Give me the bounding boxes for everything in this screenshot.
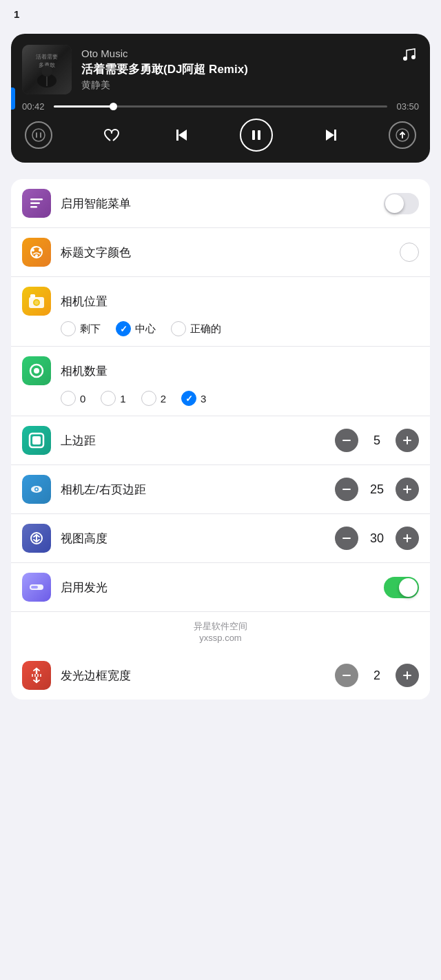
svg-rect-55 (342, 675, 351, 676)
setting-camera-count: 相机数量 0 1 2 3 (11, 347, 430, 416)
svg-rect-48 (407, 534, 408, 542)
glow-width-icon (22, 661, 51, 690)
setting-top-margin: 上边距 5 (11, 416, 430, 465)
glow-width-increase[interactable] (396, 664, 419, 687)
camera-count-label-3: 3 (201, 393, 206, 405)
camera-pos-options: 剩下 中心 正确的 (22, 316, 419, 336)
smart-menu-toggle[interactable] (384, 193, 419, 214)
upload-button[interactable] (389, 121, 416, 149)
top-margin-decrease[interactable] (335, 429, 358, 452)
lr-margin-label: 相机左/右页边距 (61, 482, 335, 498)
camera-count-option-0[interactable]: 0 (61, 391, 85, 406)
camera-pos-label-2: 正确的 (190, 323, 221, 336)
svg-point-25 (39, 249, 41, 252)
camera-pos-option-2[interactable]: 正确的 (171, 321, 221, 336)
svg-rect-13 (176, 130, 178, 141)
svg-rect-14 (252, 130, 255, 140)
camera-pos-radio-1 (116, 321, 131, 336)
camera-pos-option-1[interactable]: 中心 (116, 321, 156, 336)
watermark: 异星软件空间 yxssp.com (11, 612, 430, 651)
view-height-value: 30 (367, 531, 387, 546)
notification-pill (11, 88, 15, 110)
svg-rect-57 (407, 671, 408, 680)
view-height-icon (22, 524, 51, 553)
title-color-icon (22, 238, 51, 267)
camera-count-icon (22, 356, 51, 385)
camera-pos-icon (22, 287, 51, 316)
title-color-label: 标题文字颜色 (61, 245, 400, 261)
smart-menu-icon (22, 189, 51, 218)
svg-rect-20 (30, 198, 43, 201)
glow-enable-icon (22, 573, 51, 602)
svg-rect-50 (31, 586, 38, 589)
camera-pos-label-0: 剩下 (80, 323, 101, 336)
svg-point-40 (36, 489, 38, 491)
camera-count-option-3[interactable]: 3 (181, 391, 206, 406)
next-track-button[interactable] (317, 121, 345, 149)
view-height-decrease[interactable] (335, 527, 358, 550)
svg-rect-35 (342, 440, 351, 441)
album-art: 活着需要 多勇敢 (22, 45, 72, 94)
svg-rect-34 (32, 436, 41, 445)
view-height-stepper: 30 (335, 527, 419, 550)
svg-rect-22 (30, 206, 37, 208)
glow-enable-toggle-container (384, 577, 419, 598)
top-margin-icon (22, 426, 51, 455)
watermark-line1: 异星软件空间 (11, 620, 430, 633)
svg-rect-15 (258, 130, 260, 140)
glow-width-value: 2 (367, 668, 387, 683)
svg-rect-37 (407, 436, 408, 445)
lr-margin-icon (22, 475, 51, 504)
camera-count-option-1[interactable]: 1 (101, 391, 125, 406)
lr-margin-decrease[interactable] (335, 478, 358, 501)
player-card: 活着需要 多勇敢 Oto Music 活着需要多勇敢(DJ阿超 Remix) 黄… (11, 34, 430, 163)
svg-rect-17 (334, 130, 336, 141)
setting-smart-menu: 启用智能菜单 (11, 179, 430, 228)
glow-width-decrease[interactable] (335, 664, 358, 687)
svg-point-9 (32, 129, 45, 141)
svg-rect-46 (342, 538, 351, 539)
top-margin-stepper: 5 (335, 429, 419, 452)
prev-track-button[interactable] (168, 121, 196, 149)
lr-margin-increase[interactable] (396, 478, 419, 501)
setting-glow-width: 发光边框宽度 2 (11, 651, 430, 700)
song-title: 活着需要多勇敢(DJ阿超 Remix) (81, 62, 419, 77)
setting-camera-pos: 相机位置 剩下 中心 正确的 (11, 277, 430, 347)
lr-margin-value: 25 (367, 482, 387, 497)
heart-button[interactable] (96, 121, 124, 149)
camera-pos-label: 相机位置 (61, 294, 419, 309)
smart-menu-label: 启用智能菜单 (61, 196, 384, 212)
top-margin-value: 5 (367, 433, 387, 448)
svg-point-24 (32, 249, 34, 252)
svg-rect-43 (407, 485, 408, 493)
view-height-label: 视图高度 (61, 531, 335, 547)
pause-button[interactable] (240, 119, 273, 152)
setting-lr-margin: 相机左/右页边距 25 (11, 465, 430, 514)
camera-count-label-0: 0 (80, 393, 85, 405)
shuffle-button[interactable] (25, 121, 52, 149)
glow-enable-toggle[interactable] (384, 577, 419, 598)
progress-row: 00:42 03:50 (22, 101, 419, 112)
lr-margin-stepper: 25 (335, 478, 419, 501)
top-margin-label: 上边距 (61, 433, 335, 449)
progress-bar[interactable] (54, 105, 387, 108)
glow-width-label: 发光边框宽度 (61, 668, 335, 684)
svg-rect-28 (30, 294, 35, 298)
top-margin-increase[interactable] (396, 429, 419, 452)
svg-point-32 (34, 368, 39, 374)
camera-count-radio-0 (61, 391, 76, 406)
camera-count-option-2[interactable]: 2 (141, 391, 166, 406)
view-height-increase[interactable] (396, 527, 419, 550)
svg-marker-16 (326, 130, 334, 141)
svg-point-30 (34, 300, 39, 305)
settings-list: 启用智能菜单 标题文字颜色 (11, 179, 430, 700)
camera-pos-option-0[interactable]: 剩下 (61, 321, 101, 336)
svg-text:活着需要: 活着需要 (36, 54, 58, 60)
title-color-picker[interactable] (400, 243, 419, 262)
svg-rect-21 (30, 203, 40, 205)
toggle-thumb (385, 194, 404, 213)
artist-name: 黄静美 (81, 79, 419, 92)
controls-row (22, 119, 419, 152)
camera-count-label: 相机数量 (61, 363, 419, 379)
player-info: Oto Music 活着需要多勇敢(DJ阿超 Remix) 黄静美 (81, 48, 419, 92)
